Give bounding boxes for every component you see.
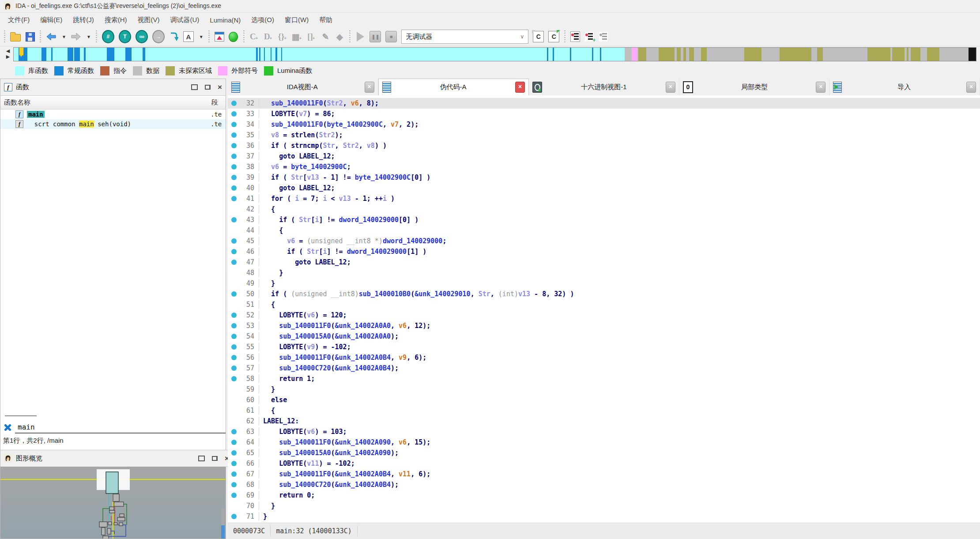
add-struct-button[interactable]: {}+ bbox=[278, 31, 287, 42]
binary-format-button[interactable]: 010 bbox=[136, 31, 148, 42]
breakpoint-dot[interactable] bbox=[231, 101, 237, 106]
code-line-53[interactable]: 53 sub_1400011F0(&unk_14002A0A0, v6, 12)… bbox=[228, 320, 980, 331]
code-line-66[interactable]: 66 LOBYTE(v11) = -102; bbox=[228, 458, 980, 469]
enable-button[interactable] bbox=[229, 31, 238, 42]
breakpoint-dot[interactable] bbox=[231, 429, 237, 434]
code-line-69[interactable]: 69 return 0; bbox=[228, 490, 980, 501]
breakpoint-dot[interactable] bbox=[231, 334, 237, 339]
code-line-39[interactable]: 39 if ( Str[v13 - 1] != byte_14002900C[0… bbox=[228, 172, 980, 183]
code-line-55[interactable]: 55 LOBYTE(v9) = -102; bbox=[228, 342, 980, 352]
continue-process-button[interactable]: C bbox=[548, 31, 559, 42]
code-line-65[interactable]: 65 sub_1400015A0(&unk_14002A090); bbox=[228, 448, 980, 458]
breakpoint-dot-empty[interactable] bbox=[231, 228, 237, 233]
restore-icon[interactable] bbox=[205, 85, 211, 90]
breakpoint-dot[interactable] bbox=[231, 175, 237, 180]
save-button[interactable] bbox=[25, 31, 35, 42]
breakpoint-dot[interactable] bbox=[231, 323, 237, 328]
disabled-breakpoint-button[interactable] bbox=[599, 31, 608, 42]
code-line-68[interactable]: 68 sub_14000C720(&unk_14002A0B4); bbox=[228, 479, 980, 490]
tab-imports[interactable]: 导入× bbox=[829, 79, 980, 95]
scroll-left-icon[interactable]: ◀ bbox=[6, 48, 10, 54]
edit-function-button[interactable]: ✎ bbox=[320, 31, 330, 42]
ascii-button[interactable]: A bbox=[183, 31, 194, 42]
code-line-67[interactable]: 67 sub_1400011F0(&unk_14002A0B4, v11, 6)… bbox=[228, 469, 980, 479]
breakpoint-dot-empty[interactable] bbox=[231, 418, 237, 424]
code-line-47[interactable]: 47 goto LABEL_12; bbox=[228, 257, 980, 268]
navigate-back-button[interactable] bbox=[46, 31, 57, 42]
code-line-59[interactable]: 59 } bbox=[228, 384, 980, 395]
breakpoint-dot[interactable] bbox=[231, 313, 237, 318]
breakpoint-list-button[interactable] bbox=[570, 31, 580, 42]
debug-start-button[interactable] bbox=[355, 31, 365, 42]
restore-icon[interactable] bbox=[212, 456, 218, 461]
code-line-62[interactable]: 62LABEL_12: bbox=[228, 416, 980, 426]
menu-item-jump[interactable]: 跳转(J) bbox=[68, 14, 99, 26]
back-dropdown-caret[interactable]: ▼ bbox=[62, 34, 66, 39]
list-scrollbar-thumb[interactable] bbox=[5, 415, 37, 416]
text-format-button[interactable]: T bbox=[119, 31, 131, 42]
breakpoint-dot[interactable] bbox=[231, 217, 237, 222]
clear-search-icon[interactable] bbox=[4, 424, 11, 431]
breakpoint-dot[interactable] bbox=[231, 461, 237, 466]
open-file-button[interactable] bbox=[10, 31, 21, 42]
attach-to-process-button[interactable]: C bbox=[533, 31, 544, 42]
breakpoint-dot[interactable] bbox=[231, 260, 237, 265]
breakpoint-dot[interactable] bbox=[231, 249, 237, 254]
code-line-61[interactable]: 61 { bbox=[228, 405, 980, 416]
breakpoint-dot-empty[interactable] bbox=[231, 281, 237, 286]
tab-close-button[interactable]: × bbox=[666, 82, 675, 93]
breakpoint-dot[interactable] bbox=[231, 344, 237, 350]
breakpoint-dot[interactable] bbox=[231, 185, 237, 191]
tab-ida-view-a[interactable]: IDA视图-A× bbox=[228, 79, 378, 95]
number-format-button[interactable]: # bbox=[102, 31, 114, 42]
breakpoint-dot-empty[interactable] bbox=[231, 408, 237, 413]
tab-close-button[interactable]: × bbox=[365, 82, 374, 93]
code-line-41[interactable]: 41 for ( i = 7; i < v13 - 1; ++i ) bbox=[228, 193, 980, 204]
menu-item-search[interactable]: 搜索(H) bbox=[99, 14, 132, 26]
jump-button[interactable] bbox=[169, 31, 179, 42]
menu-item-debugger[interactable]: 调试器(U) bbox=[165, 14, 204, 26]
code-line-58[interactable]: 58 return 1; bbox=[228, 373, 980, 384]
breakpoint-dot[interactable] bbox=[231, 132, 237, 138]
colors-button[interactable] bbox=[215, 31, 224, 42]
menu-item-window[interactable]: 窗口(W) bbox=[279, 14, 314, 26]
breakpoint-dot-empty[interactable] bbox=[231, 387, 237, 392]
forward-dropdown-caret[interactable]: ▼ bbox=[87, 34, 91, 39]
debug-stop-button[interactable]: ■ bbox=[385, 31, 397, 42]
code-line-48[interactable]: 48 } bbox=[228, 268, 980, 278]
code-line-38[interactable]: 38 v6 = byte_14002900C; bbox=[228, 162, 980, 172]
code-line-45[interactable]: 45 v6 = (unsigned __int8 *)dword_1400290… bbox=[228, 236, 980, 246]
code-line-52[interactable]: 52 LOBYTE(v6) = 120; bbox=[228, 310, 980, 320]
breakpoint-dot[interactable] bbox=[231, 291, 237, 297]
code-line-43[interactable]: 43 if ( Str[i] != dword_140029000[0] ) bbox=[228, 215, 980, 225]
tab-local-types[interactable]: 0局部类型× bbox=[679, 79, 830, 95]
add-breakpoint-button[interactable]: + bbox=[584, 31, 594, 42]
column-function-name[interactable]: 函数名称 bbox=[0, 98, 211, 107]
code-line-57[interactable]: 57 sub_14000C720(&unk_14002A0B4); bbox=[228, 363, 980, 373]
breakpoint-dot-empty[interactable] bbox=[231, 207, 237, 212]
graph-vertical-scrollbar[interactable] bbox=[221, 508, 225, 539]
menu-item-options[interactable]: 选项(O) bbox=[246, 14, 279, 26]
diamond-button[interactable]: ◆ bbox=[335, 31, 344, 42]
maximize-icon[interactable] bbox=[198, 456, 205, 461]
code-line-44[interactable]: 44 { bbox=[228, 225, 980, 236]
breakpoint-dot-empty[interactable] bbox=[231, 270, 237, 275]
breakpoint-dot[interactable] bbox=[231, 111, 237, 117]
breakpoint-dot[interactable] bbox=[231, 482, 237, 487]
goto-address-button[interactable]: → bbox=[152, 31, 165, 42]
menu-item-help[interactable]: 帮助 bbox=[314, 14, 338, 26]
breakpoint-dot[interactable] bbox=[231, 164, 237, 170]
code-line-56[interactable]: 56 sub_1400011F0(&unk_14002A0B4, v9, 6); bbox=[228, 352, 980, 363]
function-row-main[interactable]: fmain.te bbox=[0, 109, 226, 119]
breakpoint-dot[interactable] bbox=[231, 238, 237, 244]
code-line-49[interactable]: 49 } bbox=[228, 278, 980, 289]
breakpoint-dot[interactable] bbox=[231, 355, 237, 360]
add-code-button[interactable]: C+ bbox=[249, 31, 259, 42]
breakpoint-dot[interactable] bbox=[231, 143, 237, 148]
breakpoint-dot-empty[interactable] bbox=[231, 503, 237, 509]
graph-overview-canvas[interactable] bbox=[0, 467, 226, 539]
breakpoint-dot-empty[interactable] bbox=[231, 302, 237, 307]
code-line-50[interactable]: 50 if ( (unsigned __int8)sub_1400010B0(&… bbox=[228, 289, 980, 299]
breakpoint-dot[interactable] bbox=[231, 376, 237, 381]
functions-column-header[interactable]: 函数名称 段 bbox=[0, 96, 226, 109]
